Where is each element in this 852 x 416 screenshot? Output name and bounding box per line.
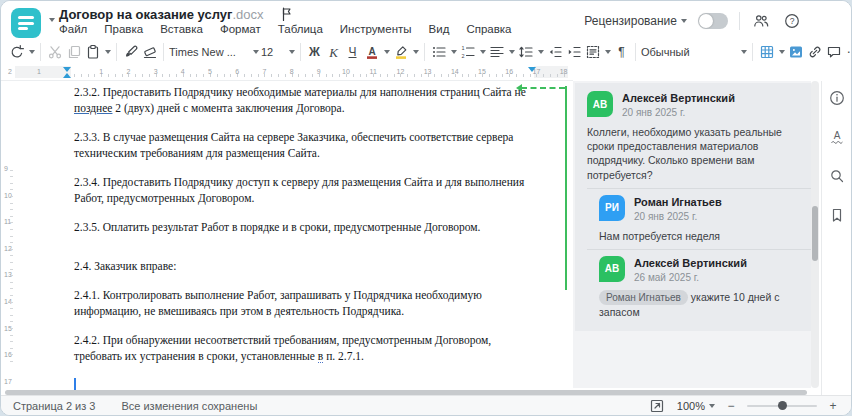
zoom-out-button[interactable]: − — [725, 399, 737, 413]
user-avatar[interactable]: АВ — [813, 8, 839, 34]
fit-page-button[interactable] — [647, 396, 667, 416]
font-family-value: Times New ... — [169, 46, 249, 58]
link-button[interactable] — [805, 41, 824, 63]
bullet-list-button[interactable] — [429, 41, 458, 63]
first-line-indent-marker[interactable] — [63, 67, 71, 72]
underline-button[interactable]: Ч — [343, 41, 362, 63]
paste-button[interactable] — [83, 41, 112, 63]
horizontal-ruler: 21123456789101112131415161718 — [1, 65, 573, 81]
highlight-button[interactable] — [391, 41, 420, 63]
left-indent-marker[interactable] — [63, 73, 71, 78]
search-button[interactable] — [828, 167, 846, 185]
undo-button[interactable] — [7, 41, 36, 63]
comment-text: Коллеги, необходимо указать реальные сро… — [587, 125, 801, 182]
copy-button — [64, 41, 83, 63]
collaboration-button[interactable] — [751, 11, 771, 31]
toolbar-separator — [752, 43, 753, 61]
menu-item-table[interactable]: Таблица — [278, 23, 323, 35]
menu-item-insert[interactable]: Вставка — [160, 23, 203, 35]
paragraph-style-combo[interactable]: Обычный — [640, 41, 748, 63]
zoom-dropdown[interactable]: 100% — [677, 400, 715, 412]
zoom-slider[interactable] — [747, 405, 817, 407]
zoom-in-button[interactable]: + — [827, 399, 839, 413]
content-area: 91011121314151617181920 2.3.2. Предостав… — [1, 81, 851, 395]
paragraph — [74, 248, 533, 258]
toolbar-separator — [635, 43, 636, 61]
comment-avatar: АВ — [587, 91, 613, 117]
chevron-down-icon — [384, 50, 390, 54]
align-button[interactable] — [487, 41, 516, 63]
app-menu-chevron-down-icon[interactable] — [49, 18, 55, 22]
vertical-scrollbar-thumb[interactable] — [812, 206, 818, 261]
chevron-down-icon — [105, 50, 111, 54]
svg-text:А: А — [833, 130, 840, 141]
more-button[interactable]: ⋯ — [843, 41, 851, 63]
vertical-scrollbar[interactable] — [811, 81, 819, 388]
font-color-icon: А — [363, 44, 380, 61]
app-logo-icon[interactable] — [11, 8, 41, 38]
comment-button[interactable] — [824, 41, 843, 63]
app-window: Договор на оказание услуг.docx ФайлПравк… — [0, 0, 852, 416]
toolbar: Times New ...12ЖКЧА12¶Обычный⋯ — [1, 39, 851, 65]
header: Договор на оказание услуг.docx ФайлПравк… — [1, 1, 851, 39]
undo-icon — [8, 44, 25, 61]
info-button[interactable] — [828, 89, 846, 107]
numbered-list-button[interactable]: 12 — [458, 41, 487, 63]
menu-item-tools[interactable]: Инструменты — [340, 23, 412, 35]
comment[interactable]: РИРоман Игнатьев20 янв 2025 г.Нам потреб… — [587, 188, 811, 249]
comment[interactable]: АВАлексей Вертинский26 май 2025 г.Роман … — [587, 249, 811, 325]
indent-icon — [565, 44, 582, 61]
line-spacing-button[interactable] — [516, 41, 545, 63]
chevron-down-icon — [289, 50, 295, 54]
cut-icon — [46, 44, 63, 61]
clear-formatting-button[interactable] — [140, 41, 159, 63]
table-button[interactable] — [757, 41, 786, 63]
italic-button[interactable]: К — [324, 41, 343, 63]
comment-thread: АВАлексей Вертинский20 янв 2025 г.Коллег… — [575, 83, 811, 331]
bold-icon: Ж — [306, 44, 323, 61]
font-family-combo[interactable]: Times New ... — [168, 41, 260, 63]
document-canvas[interactable]: 2.3.2. Предоставить Подрядчику необходим… — [74, 84, 533, 406]
review-toggle[interactable] — [698, 13, 728, 29]
underline-icon: Ч — [344, 44, 361, 61]
chevron-down-icon — [29, 50, 35, 54]
eraser-icon — [141, 44, 158, 61]
right-indent-marker[interactable] — [528, 67, 536, 72]
image-button[interactable] — [786, 41, 805, 63]
svg-text:А: А — [368, 46, 375, 57]
comment-text: Роман Игнатьев укажите 10 дней с запасом — [599, 290, 801, 319]
format-painter-button[interactable] — [121, 41, 140, 63]
menu-item-help[interactable]: Справка — [466, 23, 511, 35]
menu-item-format[interactable]: Формат — [220, 23, 261, 35]
outdent-button[interactable] — [545, 41, 564, 63]
line-spacing-icon — [517, 44, 534, 61]
font-color-button[interactable]: А — [362, 41, 391, 63]
bold-button[interactable]: Ж — [305, 41, 324, 63]
chevron-down-icon — [413, 50, 419, 54]
more-icon: ⋯ — [844, 44, 851, 61]
font-size-combo[interactable]: 12 — [260, 41, 296, 63]
ruler-number: 9 — [4, 165, 8, 172]
help-button[interactable]: ? — [782, 11, 802, 31]
menu-item-view[interactable]: Вид — [429, 23, 450, 35]
review-dropdown[interactable]: Рецензирование — [584, 14, 687, 28]
menu-item-file[interactable]: Файл — [59, 23, 87, 35]
indent-button[interactable] — [564, 41, 583, 63]
comment[interactable]: АВАлексей Вертинский20 янв 2025 г.Коллег… — [575, 85, 811, 188]
paragraph-settings-icon — [584, 44, 601, 61]
chevron-down-icon — [509, 50, 515, 54]
zoom-slider-knob[interactable] — [778, 401, 787, 410]
right-sidebar: А — [821, 81, 851, 395]
font-size-value: 12 — [261, 46, 285, 58]
paragraph-settings-button[interactable] — [583, 41, 612, 63]
bookmark-button[interactable] — [828, 206, 846, 224]
menu-item-edit[interactable]: Правка — [104, 23, 143, 35]
spellcheck-button[interactable]: А — [828, 128, 846, 146]
svg-text:1: 1 — [461, 45, 464, 51]
ruler-number: 2 — [8, 68, 12, 75]
mention-chip: Роман Игнатьев — [599, 290, 688, 305]
review-label: Рецензирование — [584, 14, 677, 28]
paragraph-style-value: Обычный — [641, 46, 737, 58]
chevron-down-icon — [480, 50, 486, 54]
formatting-marks-button[interactable]: ¶ — [612, 41, 631, 63]
